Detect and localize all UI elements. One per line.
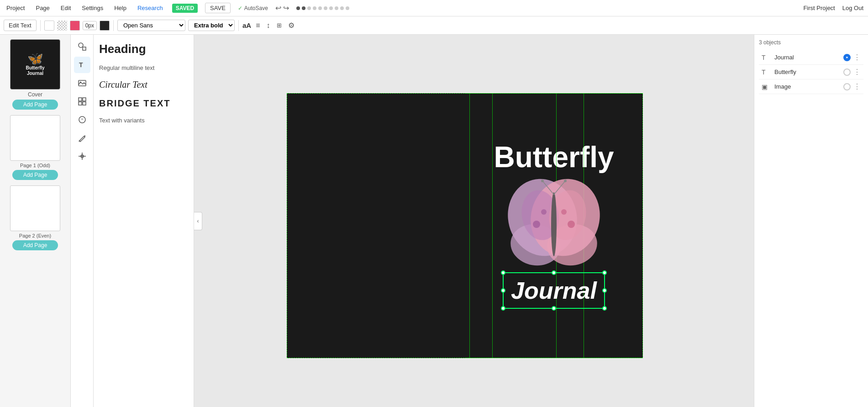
svg-point-21 [568, 221, 575, 228]
text-type-panel: Heading Regular multiline text Circular … [94, 35, 194, 407]
color-white-swatch[interactable] [44, 21, 54, 31]
journal-type-icon: T [762, 54, 771, 61]
canvas-butterfly-heading[interactable]: Butterfly [494, 143, 614, 172]
menu-edit[interactable]: Edit [59, 4, 73, 12]
brush-icon-button[interactable] [74, 130, 90, 146]
variants-text-option[interactable]: Text with variants [99, 117, 188, 124]
color-checker-swatch[interactable] [57, 21, 67, 31]
menu-settings[interactable]: Settings [80, 4, 105, 12]
heading-label: Heading [99, 42, 188, 56]
image-more-button[interactable]: ⋮ [853, 82, 861, 91]
guide-h1 [465, 93, 643, 94]
canvas-area: ‹ Butterfly [194, 35, 754, 407]
crosshair-icon-button[interactable] [74, 148, 90, 164]
autosave-indicator[interactable]: ✓ AutoSave [238, 5, 268, 11]
top-right-section: First Project Log Out [803, 5, 863, 11]
undo-redo-row: ↩ ↪ [275, 4, 289, 12]
grid-icon-button[interactable] [74, 93, 90, 110]
handle-bottom-mid[interactable] [552, 306, 556, 311]
heading-text-option[interactable]: Heading [99, 42, 188, 56]
color-black-swatch[interactable] [100, 21, 110, 31]
canvas-butterfly-image[interactable] [504, 176, 604, 268]
shapes-icon-button[interactable] [74, 38, 90, 55]
edit-text-button[interactable]: Edit Text [4, 20, 37, 31]
effects-button[interactable]: ⊞ [275, 21, 284, 30]
align-button[interactable]: ≡ [254, 21, 262, 31]
image-visibility-toggle[interactable] [843, 83, 851, 90]
mask-icon-button[interactable] [74, 111, 90, 128]
menu-project[interactable]: Project [5, 4, 26, 12]
object-row-butterfly[interactable]: T Butterfly ⋮ [759, 65, 863, 79]
cover-butterfly-icon: 🦋 [26, 53, 44, 65]
text-icon-button[interactable]: T [74, 57, 90, 73]
canvas-journal-text: Journal [511, 277, 597, 304]
cover-thumb-content: 🦋 ButterflyJournal [26, 53, 44, 76]
handle-top-left[interactable] [501, 270, 505, 275]
journal-more-button[interactable]: ⋮ [853, 53, 861, 62]
butterfly-more-button[interactable]: ⋮ [853, 68, 861, 76]
menu-page[interactable]: Page [34, 4, 51, 12]
page2-thumbnail[interactable] [10, 185, 60, 231]
handle-mid-right[interactable] [602, 288, 607, 293]
logout-button[interactable]: Log Out [842, 5, 863, 11]
cover-title-text: ButterflyJournal [26, 65, 44, 76]
butterfly-visibility-toggle[interactable] [843, 69, 851, 76]
settings-button[interactable]: ⚙ [286, 20, 296, 31]
image-object-name: Image [774, 83, 843, 90]
handle-mid-left[interactable] [501, 288, 505, 293]
handle-bottom-left[interactable] [501, 306, 505, 311]
guide-v2 [492, 93, 493, 358]
cover-label: Cover [5, 91, 66, 98]
saved-badge: SAVED [172, 4, 198, 13]
menu-help[interactable]: Help [112, 4, 128, 12]
circular-text-option[interactable]: Circular Text [99, 79, 188, 90]
dot-7 [329, 6, 333, 10]
page1-thumbnail[interactable] [10, 115, 60, 161]
canvas-journal-selected[interactable]: Journal [503, 272, 605, 309]
font-weight-select[interactable]: Extra bold Bold Regular [188, 20, 235, 31]
autosave-check-icon: ✓ [238, 5, 242, 11]
px-value[interactable]: 0px [83, 21, 97, 30]
color-pink-swatch[interactable] [70, 21, 80, 31]
cover-thumbnail[interactable]: 🦋 ButterflyJournal [10, 39, 60, 90]
regular-text-option[interactable]: Regular multiline text [99, 64, 188, 71]
handle-bottom-right[interactable] [602, 306, 607, 311]
image-icon-button[interactable] [74, 75, 90, 91]
add-page-button-1[interactable]: Add Page [12, 170, 58, 180]
svg-rect-5 [79, 98, 82, 101]
handle-top-mid[interactable] [552, 270, 556, 275]
svg-point-4 [79, 82, 81, 83]
add-page-button-2[interactable]: Add Page [12, 240, 58, 250]
svg-point-9 [79, 140, 80, 142]
svg-point-19 [541, 209, 547, 215]
regular-multiline-label: Regular multiline text [99, 64, 188, 71]
add-page-button-0[interactable]: Add Page [12, 100, 58, 110]
svg-rect-6 [83, 98, 86, 101]
undo-button[interactable]: ↩ [275, 4, 281, 12]
journal-visibility-toggle[interactable]: ● [843, 54, 851, 61]
butterfly-type-icon: T [762, 69, 771, 76]
dot-3 [307, 6, 311, 10]
guide-h2 [465, 358, 643, 358]
font-family-select[interactable]: Open Sans Arial Times New Roman [117, 20, 185, 31]
toolbar-divider-3 [238, 20, 239, 31]
menu-research[interactable]: Research [136, 4, 165, 12]
bridge-text-option[interactable]: BRIDGE TEXT [99, 98, 188, 109]
canvas-right-page: Butterfly [465, 93, 643, 358]
toolbar-divider-2 [113, 20, 114, 31]
object-row-image[interactable]: ▣ Image ⋮ [759, 79, 863, 94]
butterfly-object-name: Butterfly [774, 69, 843, 75]
object-row-journal[interactable]: T Journal ● ⋮ [759, 50, 863, 65]
redo-button[interactable]: ↪ [283, 4, 289, 12]
toolbar-divider-1 [40, 20, 41, 31]
dot-1 [296, 6, 300, 10]
dot-2 [302, 6, 305, 10]
save-button[interactable]: SAVE [205, 3, 231, 13]
spacing-button[interactable]: ↕ [265, 21, 272, 31]
font-size-aa-button[interactable]: aA [242, 21, 251, 29]
handle-top-right[interactable] [602, 270, 607, 275]
autosave-label: AutoSave [244, 5, 268, 11]
dot-8 [335, 6, 338, 10]
collapse-panel-button[interactable]: ‹ [194, 212, 202, 230]
canvas-page[interactable]: Butterfly [287, 93, 643, 358]
